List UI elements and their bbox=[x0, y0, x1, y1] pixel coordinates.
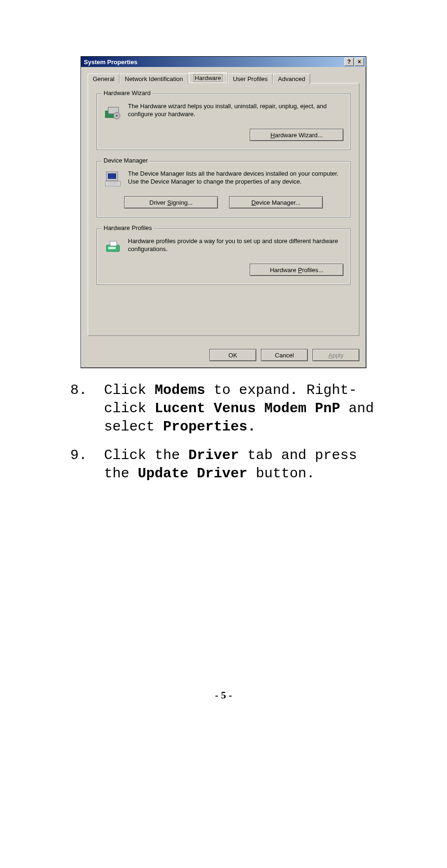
page-number: - 5 - bbox=[42, 689, 405, 701]
tab-user-profiles[interactable]: User Profiles bbox=[228, 74, 273, 84]
step-8: Click Modems to expand. Right-click Luce… bbox=[70, 381, 386, 436]
step-9: Click the Driver tab and press the Updat… bbox=[70, 446, 386, 483]
hardware-wizard-button[interactable]: Hardware Wizard... bbox=[250, 129, 343, 141]
dialog-footer: OK Cancel Apply bbox=[81, 342, 366, 368]
instructions: Click Modems to expand. Right-click Luce… bbox=[42, 381, 405, 483]
apply-button[interactable]: Apply bbox=[313, 349, 359, 361]
svg-rect-6 bbox=[105, 181, 120, 186]
ok-button[interactable]: OK bbox=[209, 349, 256, 361]
group-legend: Hardware Profiles bbox=[102, 224, 154, 231]
window-title: System Properties bbox=[83, 59, 343, 66]
tabstrip: General Network Identification Hardware … bbox=[88, 73, 359, 83]
tab-hardware[interactable]: Hardware bbox=[188, 73, 228, 83]
group-text: Hardware profiles provide a way for you … bbox=[128, 237, 343, 253]
driver-signing-button[interactable]: Driver Signing... bbox=[124, 196, 218, 208]
svg-rect-11 bbox=[110, 241, 117, 246]
tab-advanced[interactable]: Advanced bbox=[273, 74, 310, 84]
group-legend: Device Manager bbox=[102, 157, 150, 164]
computer-icon bbox=[104, 170, 122, 189]
hardware-panel: Hardware Wizard The Hardware wizard help… bbox=[88, 83, 359, 336]
titlebar: System Properties ? × bbox=[81, 57, 366, 67]
close-icon: × bbox=[358, 59, 361, 65]
hardware-wizard-group: Hardware Wizard The Hardware wizard help… bbox=[97, 94, 350, 150]
help-button[interactable]: ? bbox=[344, 58, 354, 66]
cancel-button[interactable]: Cancel bbox=[261, 349, 308, 361]
device-manager-group: Device Manager The Device Manager lists … bbox=[97, 161, 350, 217]
hardware-profiles-button[interactable]: Hardware Profiles... bbox=[250, 264, 343, 276]
hardware-profiles-group: Hardware Profiles Hardware profiles prov… bbox=[97, 229, 350, 285]
group-text: The Hardware wizard helps you install, u… bbox=[128, 103, 343, 119]
system-properties-dialog: System Properties ? × General Network Id… bbox=[81, 56, 366, 368]
svg-point-3 bbox=[116, 115, 118, 117]
svg-rect-10 bbox=[108, 247, 116, 249]
profiles-icon bbox=[104, 237, 122, 256]
help-icon: ? bbox=[347, 59, 350, 65]
tab-network-identification[interactable]: Network Identification bbox=[119, 74, 188, 84]
tab-general[interactable]: General bbox=[88, 74, 119, 84]
close-button[interactable]: × bbox=[355, 58, 364, 66]
group-text: The Device Manager lists all the hardwar… bbox=[128, 170, 343, 186]
group-legend: Hardware Wizard bbox=[102, 89, 152, 96]
device-manager-button[interactable]: Device Manager... bbox=[229, 196, 323, 208]
svg-rect-5 bbox=[108, 173, 116, 179]
hardware-wizard-icon bbox=[104, 103, 122, 121]
